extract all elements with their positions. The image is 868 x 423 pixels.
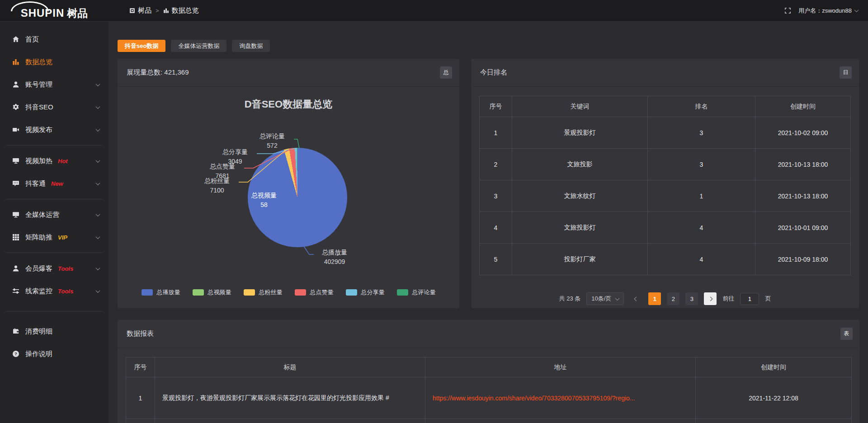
col-index: 序号 <box>126 357 155 377</box>
chart-legend: 总播放量 总视频量 总粉丝量 总点赞量 总分享量 总评论量 <box>118 288 459 296</box>
header-right: 用户名：zswodun88 <box>784 7 868 15</box>
panels-row: 展现量总数: 421,369 总 D音SEO数据量总览 总评论量 <box>118 59 860 308</box>
table-row: 1 景观投影灯，夜游景观投影灯厂家展示展示落花灯在花园里的灯光投影应用效果 # … <box>126 377 852 419</box>
wallet-icon <box>12 328 19 335</box>
col-created: 创建时间 <box>755 96 851 117</box>
sidebar-divider <box>6 311 102 311</box>
legend-item-likes[interactable]: 总点赞量 <box>295 288 334 296</box>
sidebar-item-media-ops[interactable]: 全媒体运营 <box>0 203 108 226</box>
tab-media-ops-data[interactable]: 全媒体运营数据 <box>171 40 226 52</box>
question-icon: ? <box>12 350 19 357</box>
chevron-down-icon <box>96 104 100 109</box>
sidebar-item-doukertong[interactable]: 抖客通 New <box>0 172 108 195</box>
chevron-down-icon <box>96 158 100 163</box>
report-table-area: 序号 标题 地址 创建时间 1 景观投影灯，夜游景观投影灯厂家展示展示落花灯在花… <box>118 348 860 423</box>
page-size-select[interactable]: 10条/页 <box>586 292 624 305</box>
legend-item-plays[interactable]: 总播放量 <box>142 288 180 296</box>
tab-douyin-seo[interactable]: 抖音seo数据 <box>118 40 165 52</box>
app-square-icon <box>129 8 135 14</box>
chevron-left-icon <box>634 296 638 301</box>
app-window: SHUPIN 树品 树品 > 数据总览 用户名：zswo <box>0 0 868 423</box>
chevron-down-icon <box>96 127 100 132</box>
app-logo[interactable]: SHUPIN 树品 <box>0 0 108 22</box>
impressions-chart-panel: 展现量总数: 421,369 总 D音SEO数据量总览 总评论量 <box>118 59 459 308</box>
legend-item-comments[interactable]: 总评论量 <box>397 288 436 296</box>
sidebar-item-matrix-boost[interactable]: 矩阵助推 VIP <box>0 226 108 249</box>
total-badge-button[interactable]: 总 <box>440 66 452 79</box>
legend-swatch <box>244 289 255 296</box>
page-button-2[interactable]: 2 <box>667 292 679 305</box>
pie-leader-lines <box>118 87 459 308</box>
sliders-icon <box>12 287 19 295</box>
video-camera-icon <box>12 126 19 133</box>
goto-page-input[interactable] <box>740 293 759 305</box>
chevron-down-icon <box>96 82 100 86</box>
bar-chart-icon <box>163 8 169 14</box>
report-title: 数据报表 <box>127 329 154 338</box>
data-tabs: 抖音seo数据 全媒体运营数据 询盘数据 <box>118 40 860 52</box>
legend-item-shares[interactable]: 总分享量 <box>346 288 385 296</box>
tools-badge: Tools <box>58 288 73 295</box>
hot-badge: Hot <box>58 158 68 164</box>
pie-label-comments: 总评论量 572 <box>251 132 293 150</box>
col-keyword: 关键词 <box>512 96 648 117</box>
table-row-partial <box>126 419 852 423</box>
legend-swatch <box>142 289 153 296</box>
col-rank: 排名 <box>648 96 755 117</box>
col-index: 序号 <box>480 96 512 117</box>
new-badge: New <box>51 180 63 187</box>
report-panel-header: 数据报表 <box>118 320 860 348</box>
page-button-1[interactable]: 1 <box>648 292 661 305</box>
main-content: 抖音seo数据 全媒体运营数据 询盘数据 展现量总数: 421,369 总 D音… <box>108 22 868 423</box>
table-row: 1 景观投影灯 3 2021-10-02 09:00 <box>480 117 851 149</box>
legend-swatch <box>295 289 306 296</box>
pie-label-plays: 总播放量 402909 <box>313 248 356 267</box>
breadcrumb-separator: > <box>156 7 159 14</box>
home-icon <box>12 36 19 43</box>
chevron-down-icon <box>96 235 100 239</box>
sidebar-item-clue-monitor[interactable]: 线索监控 Tools <box>0 280 108 302</box>
table-badge-button[interactable]: 表 <box>840 328 853 340</box>
sidebar-item-account[interactable]: 账号管理 <box>0 73 108 96</box>
page-button-3[interactable]: 3 <box>685 292 698 305</box>
prev-page-button[interactable] <box>630 292 642 305</box>
total-count-label: 共 23 条 <box>559 295 581 303</box>
next-page-button[interactable] <box>704 292 717 305</box>
monitor-icon <box>12 211 19 218</box>
day-badge-button[interactable]: 日 <box>840 66 852 79</box>
ranking-table-area: 序号 关键词 排名 创建时间 1 景观投影灯 3 2021-10 <box>471 87 859 305</box>
data-report-panel: 数据报表 表 序号 标题 地址 创建时间 <box>118 320 860 423</box>
legend-swatch <box>397 289 408 296</box>
sidebar-item-help[interactable]: ? 操作说明 <box>0 343 108 365</box>
chevron-down-icon <box>96 288 100 293</box>
breadcrumb: 树品 > 数据总览 <box>129 6 199 15</box>
sidebar-divider <box>6 199 102 199</box>
sidebar-item-data-overview[interactable]: 数据总览 <box>0 51 108 73</box>
sidebar-item-expense-detail[interactable]: 消费明细 <box>0 320 108 343</box>
legend-item-fans[interactable]: 总粉丝量 <box>244 288 283 296</box>
breadcrumb-root[interactable]: 树品 <box>129 6 151 15</box>
vip-badge: VIP <box>58 234 67 241</box>
goto-label: 前往 <box>722 295 734 303</box>
user-menu[interactable]: 用户名：zswodun88 <box>798 7 858 15</box>
sidebar-item-video-publish[interactable]: 视频发布 <box>0 118 108 141</box>
sidebar-item-member-bloom[interactable]: 会员爆客 Tools <box>0 257 108 280</box>
sidebar-item-home[interactable]: 首页 <box>0 28 108 51</box>
table-row: 2 文旅投影 3 2021-10-13 18:00 <box>480 149 851 180</box>
table-row: 3 文旅水纹灯 1 2021-10-13 18:00 <box>480 180 851 212</box>
legend-item-videos[interactable]: 总视频量 <box>193 288 231 296</box>
sidebar-item-video-heat[interactable]: 视频加热 Hot <box>0 150 108 172</box>
video-link[interactable]: https://www.iesdouyin.com/share/video/70… <box>433 395 635 402</box>
breadcrumb-current[interactable]: 数据总览 <box>163 6 199 15</box>
table-row: 4 文旅投影灯 4 2021-10-01 09:00 <box>480 212 851 244</box>
tab-inquiry-data[interactable]: 询盘数据 <box>232 40 270 52</box>
fullscreen-icon[interactable] <box>784 7 791 14</box>
sidebar: 首页 数据总览 账号管理 抖音SEO 视频发布 视频加热 Hot <box>0 22 108 423</box>
chevron-down-icon <box>615 296 620 301</box>
video-title-cell: 景观投影灯，夜游景观投影灯厂家展示展示落花灯在花园里的灯光投影应用效果 # <box>155 377 425 419</box>
col-url: 地址 <box>425 357 696 377</box>
chevron-down-icon <box>854 8 859 12</box>
sidebar-item-douyin-seo[interactable]: 抖音SEO <box>0 96 108 118</box>
chevron-down-icon <box>96 181 100 185</box>
user-icon <box>12 81 19 88</box>
